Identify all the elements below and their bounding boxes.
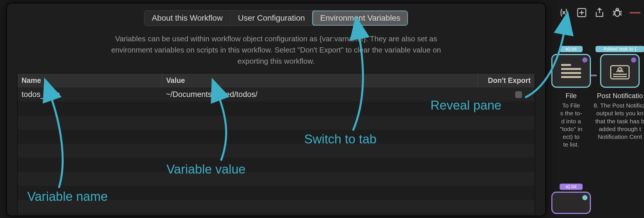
dont-export-checkbox[interactable] <box>515 91 522 98</box>
column-header-name[interactable]: Name <box>18 73 162 87</box>
variable-value-cell[interactable]: ~/Documents/Alfred/todos/ <box>162 88 478 101</box>
table-row[interactable] <box>18 158 535 172</box>
document-icon <box>561 62 581 80</box>
column-header-value[interactable]: Value <box>162 73 478 87</box>
workflow-node-purple[interactable]: e}.txt <box>545 184 597 214</box>
menu-icon[interactable] <box>630 7 641 18</box>
table-row[interactable] <box>18 116 535 130</box>
node-title: File <box>545 92 597 100</box>
tab-user-configuration[interactable]: User Configuration <box>230 11 313 26</box>
workflow-node-post-notification[interactable]: Added task to { Post Notificatio 8. The … <box>591 46 644 141</box>
variables-table: Name Value Don't Export todos_path~/Docu… <box>17 73 535 216</box>
variables-icon[interactable] <box>558 7 569 18</box>
node-tile[interactable] <box>551 54 591 88</box>
tab-about-workflow[interactable]: About this Workflow <box>144 11 230 26</box>
node-title: Post Notificatio <box>591 92 644 100</box>
share-icon[interactable] <box>594 7 605 18</box>
node-chip: Added task to { <box>595 46 644 52</box>
add-workflow-icon[interactable] <box>576 7 587 18</box>
table-row[interactable] <box>18 214 535 216</box>
table-row[interactable] <box>18 130 535 144</box>
node-description: To File s the to- d into a "todo" in ect… <box>545 102 597 149</box>
node-config-dot-icon <box>582 195 587 200</box>
column-header-dont-export[interactable]: Don't Export <box>478 73 535 87</box>
table-row[interactable] <box>18 172 535 186</box>
bug-icon[interactable] <box>612 7 623 18</box>
tab-environment-variables[interactable]: Environment Variables <box>313 11 408 26</box>
node-chip: e}.txt <box>560 184 583 190</box>
table-row[interactable] <box>18 102 535 116</box>
table-row[interactable]: todos_path~/Documents/Alfred/todos/ <box>18 87 535 102</box>
node-config-dot-icon <box>631 57 636 63</box>
table-row[interactable] <box>18 200 535 214</box>
dont-export-cell[interactable] <box>478 89 535 100</box>
table-header: Name Value Don't Export <box>18 73 535 87</box>
top-toolbar <box>558 7 641 18</box>
variable-name-cell[interactable]: todos_path <box>18 88 162 101</box>
environment-variables-panel: About this Workflow User Configuration E… <box>6 3 546 216</box>
workflow-node-write-file[interactable]: e}.txt File To File s the to- d into a "… <box>545 46 597 149</box>
table-row[interactable] <box>18 186 535 200</box>
help-text: Variables can be used within workflow ob… <box>92 33 460 67</box>
node-tile[interactable] <box>551 192 591 214</box>
node-description: 8. The Post Notifica output lets you kn … <box>591 102 644 141</box>
node-config-dot-icon <box>582 57 587 63</box>
table-row[interactable] <box>18 144 535 158</box>
tab-bar: About this Workflow User Configuration E… <box>144 10 408 26</box>
node-chip: e}.txt <box>560 46 583 52</box>
node-tile[interactable] <box>600 54 640 88</box>
notification-icon <box>608 59 631 82</box>
